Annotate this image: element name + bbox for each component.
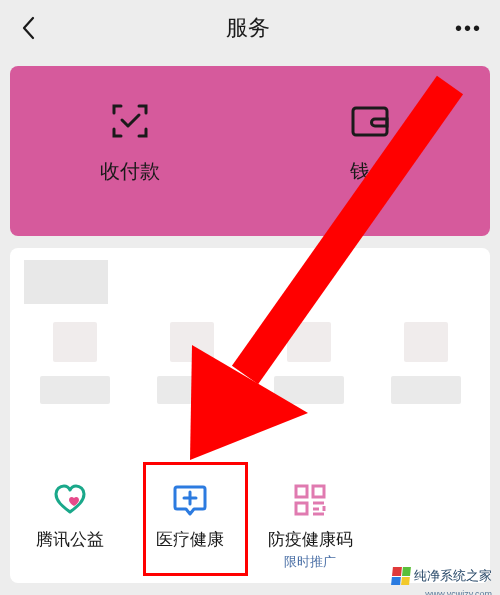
- watermark-url: www.ycwjzy.com: [425, 589, 492, 595]
- service-tencent-charity[interactable]: 腾讯公益: [10, 472, 130, 575]
- qr-code-icon: [290, 480, 330, 520]
- pay-receive-icon: [107, 98, 153, 144]
- placeholder-item: [258, 322, 359, 442]
- back-button[interactable]: [14, 14, 42, 42]
- page-title: 服务: [226, 13, 270, 43]
- medical-icon: [170, 480, 210, 520]
- service-label: 医疗健康: [156, 528, 224, 551]
- svg-rect-0: [353, 108, 387, 135]
- wallet-balance-masked: *****: [356, 189, 383, 205]
- service-label: 防疫健康码: [268, 528, 353, 551]
- service-label: 腾讯公益: [36, 528, 104, 551]
- heart-charity-icon: [50, 480, 90, 520]
- wallet-icon: [347, 98, 393, 144]
- svg-rect-5: [296, 503, 307, 514]
- service-sub: 限时推广: [284, 553, 336, 569]
- svg-rect-3: [296, 486, 307, 497]
- placeholder-item: [141, 322, 242, 442]
- service-health-code[interactable]: 防疫健康码 限时推广: [250, 472, 370, 575]
- wallet-button[interactable]: 钱包 *****: [250, 98, 490, 205]
- chevron-left-icon: [21, 16, 35, 40]
- service-medical-health[interactable]: 医疗健康: [130, 472, 250, 575]
- wallet-label: 钱包: [350, 158, 390, 185]
- more-button[interactable]: •••: [455, 17, 486, 40]
- section-title-placeholder: [24, 260, 108, 304]
- pay-receive-label: 收付款: [100, 158, 160, 185]
- service-row: 腾讯公益 医疗健康: [10, 472, 490, 575]
- pay-receive-button[interactable]: 收付款: [10, 98, 250, 205]
- payment-card: 收付款 钱包 *****: [10, 66, 490, 236]
- placeholder-item: [24, 322, 125, 442]
- svg-rect-4: [313, 486, 324, 497]
- header-bar: 服务 •••: [0, 0, 500, 56]
- placeholder-item: [375, 322, 476, 442]
- services-card: 腾讯公益 医疗健康: [10, 248, 490, 583]
- service-row-placeholder: [24, 322, 476, 442]
